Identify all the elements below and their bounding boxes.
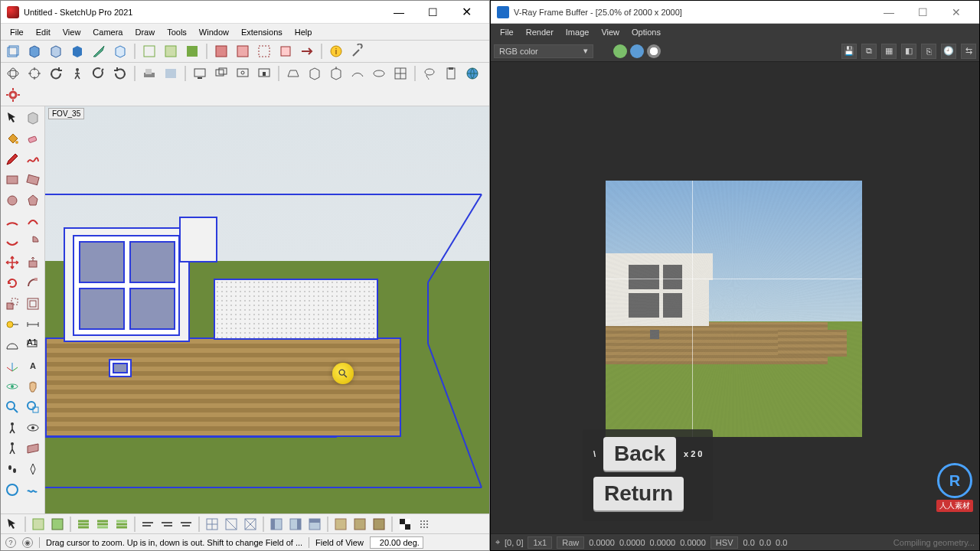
help-icon[interactable]: ? <box>5 537 16 548</box>
walk2-icon[interactable] <box>2 439 22 458</box>
user-icon[interactable]: ◉ <box>22 537 33 548</box>
clamp-icon[interactable]: ◧ <box>901 44 916 59</box>
pencil-icon[interactable] <box>2 149 22 169</box>
arc-icon[interactable] <box>2 211 22 231</box>
vray-close-button[interactable]: ✕ <box>939 2 973 23</box>
channel-green-icon[interactable] <box>613 44 627 58</box>
vray-minimize-button[interactable]: — <box>872 2 906 23</box>
vray-menu-image[interactable]: Image <box>560 25 596 39</box>
menu-view[interactable]: View <box>57 25 87 39</box>
menu-draw[interactable]: Draw <box>129 25 161 39</box>
menu-window[interactable]: Window <box>193 25 235 39</box>
style-shaded-icon[interactable] <box>183 42 201 60</box>
maximize-button[interactable]: ☐ <box>416 2 449 23</box>
sandbox-smoove-icon[interactable] <box>348 64 367 83</box>
vray-titlebar[interactable]: V-Ray Frame Buffer - [25.0% of 2000 x 20… <box>491 1 979 24</box>
axes-icon[interactable] <box>2 356 22 376</box>
grid2-icon[interactable] <box>223 516 240 533</box>
gear-red-icon[interactable] <box>4 86 22 104</box>
sketchup-viewport[interactable]: FOV_35 <box>45 106 489 514</box>
walk-icon[interactable] <box>68 64 87 83</box>
stack1-icon[interactable] <box>75 516 92 533</box>
menu-tools[interactable]: Tools <box>161 25 193 39</box>
select-arrow-icon[interactable] <box>2 108 22 128</box>
position-camera-icon[interactable] <box>2 418 22 438</box>
preview-icon[interactable] <box>234 64 252 83</box>
vray-viewport[interactable]: \ Back x 2 0 Return R 人人素材 <box>491 62 979 533</box>
panel2-icon[interactable] <box>287 516 304 533</box>
component-cube-icon[interactable] <box>23 108 43 128</box>
copy-icon[interactable]: ⧉ <box>861 44 877 59</box>
redo-icon[interactable] <box>111 64 129 83</box>
sandbox-stamp-icon[interactable] <box>284 64 302 83</box>
section-cut-icon[interactable] <box>234 42 252 60</box>
panel1-icon[interactable] <box>268 516 285 533</box>
grid-size[interactable]: 1x1 <box>528 536 552 549</box>
align-c-icon[interactable] <box>178 516 194 533</box>
align-a-icon[interactable] <box>139 516 156 533</box>
pan-hand-icon[interactable] <box>23 377 43 396</box>
zoom-extents-icon[interactable] <box>23 397 43 417</box>
section-plane-icon[interactable] <box>276 42 295 60</box>
channel-alpha-icon[interactable] <box>647 44 661 58</box>
polygon-icon[interactable] <box>23 191 43 210</box>
dimension-icon[interactable] <box>23 315 43 334</box>
section-fill-icon[interactable] <box>212 42 230 60</box>
two-point-arc-icon[interactable] <box>23 211 43 231</box>
screen-icon[interactable] <box>191 64 209 83</box>
menu-file[interactable]: File <box>4 25 30 39</box>
vray-menu-options[interactable]: Options <box>626 25 667 39</box>
tape-icon[interactable] <box>2 315 22 334</box>
raw-toggle[interactable]: Raw <box>557 536 584 549</box>
sandbox-cube-icon[interactable] <box>305 64 324 83</box>
layer-a-icon[interactable] <box>30 516 47 533</box>
channel-dropdown[interactable]: RGB color▾ <box>494 44 593 58</box>
sandbox-grid-icon[interactable] <box>391 64 410 83</box>
rotated-rect-icon[interactable] <box>23 170 43 190</box>
freehand-icon[interactable] <box>23 149 43 169</box>
info-icon[interactable]: i <box>327 42 345 60</box>
clipboard-icon[interactable] <box>442 64 460 83</box>
layer-b-icon[interactable] <box>49 516 66 533</box>
pan-icon[interactable] <box>25 64 44 83</box>
footprints-icon[interactable] <box>2 459 22 479</box>
vray-menu-view[interactable]: View <box>595 25 626 39</box>
channel-red-icon[interactable] <box>596 44 610 58</box>
look-icon[interactable] <box>90 64 108 83</box>
offset-icon[interactable] <box>23 294 43 314</box>
cube-shaded-icon[interactable] <box>25 42 44 60</box>
vray-menu-file[interactable]: File <box>494 25 520 39</box>
region-icon[interactable]: ▦ <box>881 44 897 59</box>
lock-frame-icon[interactable] <box>255 64 273 83</box>
protractor-icon[interactable] <box>2 335 22 355</box>
texture-b-icon[interactable] <box>351 516 368 533</box>
menu-help[interactable]: Help <box>289 25 318 39</box>
minimize-button[interactable]: — <box>382 2 416 23</box>
section-arrow-icon[interactable] <box>298 42 316 60</box>
cursor-mode-icon[interactable] <box>4 516 21 533</box>
color-mode[interactable]: HSV <box>710 536 739 549</box>
orbit2-icon[interactable] <box>2 377 22 396</box>
menu-extensions[interactable]: Extensions <box>235 25 289 39</box>
shadow-icon[interactable] <box>140 64 158 83</box>
globe-icon[interactable] <box>463 64 482 83</box>
screens-icon[interactable] <box>212 64 230 83</box>
checker-icon[interactable] <box>397 516 413 533</box>
followme-icon[interactable] <box>23 273 43 293</box>
texture-c-icon[interactable] <box>371 516 387 533</box>
vray-menu-render[interactable]: Render <box>520 25 560 39</box>
style-wireframe-icon[interactable] <box>140 42 158 60</box>
settings-wrench-icon[interactable] <box>348 42 367 60</box>
rotate-icon[interactable] <box>2 273 22 293</box>
vray-waves-icon[interactable] <box>23 480 43 500</box>
vray-tool-icon[interactable] <box>2 480 22 500</box>
align-b-icon[interactable] <box>158 516 175 533</box>
section-plane2-icon[interactable] <box>23 439 43 458</box>
stack2-icon[interactable] <box>94 516 111 533</box>
sandbox-drape-icon[interactable] <box>370 64 388 83</box>
grid3-icon[interactable] <box>242 516 259 533</box>
compare-icon[interactable]: ⇆ <box>961 44 976 59</box>
3dtext-icon[interactable]: A <box>23 356 43 376</box>
eraser-icon[interactable] <box>23 129 43 148</box>
texture-a-icon[interactable] <box>332 516 349 533</box>
